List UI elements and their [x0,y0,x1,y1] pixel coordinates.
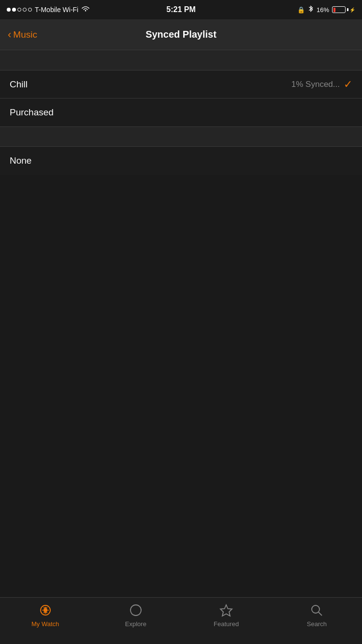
battery-indicator: ⚡ [332,6,355,13]
battery-percent: 16% [317,6,329,14]
tab-explore-label: Explore [125,620,146,628]
back-label: Music [13,29,37,40]
signal-dot-3 [17,8,21,12]
back-chevron-icon: ‹ [8,29,11,40]
none-section: None [0,147,362,175]
tab-my-watch-label: My Watch [31,620,59,628]
signal-dots [7,8,32,12]
signal-dot-2 [12,8,16,12]
signal-dot-4 [23,8,27,12]
my-watch-icon [38,602,53,618]
back-button[interactable]: ‹ Music [8,29,37,40]
list-item[interactable]: Chill 1% Synced... ✓ [0,70,362,98]
list-item[interactable]: None [0,147,362,175]
svg-marker-5 [220,605,232,616]
featured-icon [218,602,234,618]
sync-status-chill: 1% Synced... [291,80,340,89]
search-icon [309,602,324,618]
svg-marker-4 [135,608,138,611]
lightning-icon: ⚡ [349,7,355,13]
none-label: None [10,155,31,166]
checkmark-icon: ✓ [344,78,352,91]
status-bar: T-Mobile Wi-Fi 5:21 PM 🔒 16% ⚡ [0,0,362,19]
tab-featured-label: Featured [214,620,239,628]
status-left: T-Mobile Wi-Fi [7,6,90,14]
battery-fill [333,8,335,12]
svg-point-6 [312,605,319,613]
playlist-name-purchased: Purchased [10,107,54,118]
wifi-icon [81,6,90,14]
svg-line-7 [319,612,322,616]
signal-dot-1 [7,8,11,12]
battery-tip [347,8,348,11]
tab-search[interactable]: Search [288,602,346,628]
lock-icon: 🔒 [297,6,305,14]
playlist-section: Chill 1% Synced... ✓ Purchased [0,70,362,126]
svg-point-2 [130,605,141,616]
tab-explore[interactable]: Explore [107,602,165,628]
tab-search-label: Search [307,620,327,628]
svg-marker-3 [133,608,138,613]
page-title: Synced Playlist [145,29,217,40]
tab-my-watch[interactable]: My Watch [16,602,74,628]
list-item[interactable]: Purchased [0,98,362,126]
navigation-bar: ‹ Music Synced Playlist [0,19,362,50]
carrier-label: T-Mobile Wi-Fi [35,6,78,14]
signal-dot-5 [28,8,32,12]
bluetooth-icon [308,5,314,14]
top-spacer [0,50,362,70]
explore-icon [128,602,144,618]
svg-point-1 [43,609,47,612]
section-separator [0,126,362,147]
chill-status: 1% Synced... ✓ [291,78,352,91]
status-right: 🔒 16% ⚡ [297,5,355,14]
playlist-name-chill: Chill [10,79,28,90]
tab-featured[interactable]: Featured [197,602,255,628]
tab-bar: My Watch Explore Featured Search [0,597,362,644]
status-time: 5:21 PM [166,5,195,14]
